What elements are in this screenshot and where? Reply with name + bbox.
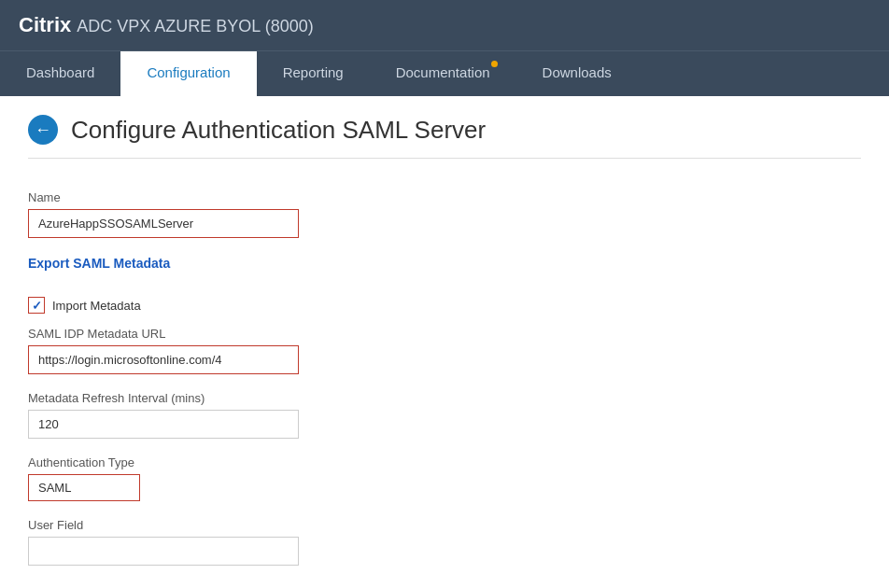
back-button[interactable]: ← — [28, 115, 58, 145]
refresh-interval-group: Metadata Refresh Interval (mins) — [28, 391, 861, 439]
nav-item-dashboard[interactable]: Dashboard — [0, 51, 120, 96]
auth-type-label: Authentication Type — [28, 455, 861, 469]
user-field-input[interactable] — [28, 537, 299, 566]
app-header: Citrix ADC VPX AZURE BYOL (8000) — [0, 0, 889, 50]
name-label: Name — [28, 190, 861, 204]
import-metadata-label: Import Metadata — [52, 299, 141, 313]
brand: Citrix ADC VPX AZURE BYOL (8000) — [19, 13, 314, 37]
refresh-interval-label: Metadata Refresh Interval (mins) — [28, 391, 861, 405]
page-title: Configure Authentication SAML Server — [71, 116, 486, 145]
user-field-group: User Field — [28, 518, 861, 566]
user-field-label: User Field — [28, 518, 861, 532]
nav-item-documentation[interactable]: Documentation — [370, 51, 516, 96]
auth-type-input[interactable] — [28, 474, 140, 501]
saml-idp-input[interactable] — [28, 345, 299, 374]
nav-item-configuration[interactable]: Configuration — [120, 51, 256, 96]
form-section: Name Export SAML Metadata ✓ Import Metad… — [28, 181, 861, 588]
name-group: Name — [28, 190, 861, 238]
import-metadata-checkbox[interactable]: ✓ — [28, 297, 45, 314]
auth-type-group: Authentication Type — [28, 455, 861, 501]
name-input[interactable] — [28, 209, 299, 238]
brand-product: ADC VPX AZURE BYOL (8000) — [77, 17, 313, 36]
import-metadata-row: ✓ Import Metadata — [28, 297, 861, 314]
nav-item-downloads[interactable]: Downloads — [516, 51, 638, 96]
brand-citrix: Citrix — [19, 13, 71, 37]
checkbox-check-icon: ✓ — [32, 300, 42, 312]
main-content: ← Configure Authentication SAML Server N… — [0, 96, 889, 588]
main-nav: Dashboard Configuration Reporting Docume… — [0, 50, 889, 96]
back-arrow-icon: ← — [35, 121, 51, 138]
nav-item-reporting[interactable]: Reporting — [257, 51, 370, 96]
refresh-interval-input[interactable] — [28, 410, 299, 439]
export-saml-link[interactable]: Export SAML Metadata — [28, 256, 170, 271]
export-saml-group: Export SAML Metadata — [28, 255, 861, 280]
page-title-row: ← Configure Authentication SAML Server — [28, 115, 861, 159]
saml-idp-group: SAML IDP Metadata URL — [28, 327, 861, 374]
saml-idp-label: SAML IDP Metadata URL — [28, 327, 861, 341]
